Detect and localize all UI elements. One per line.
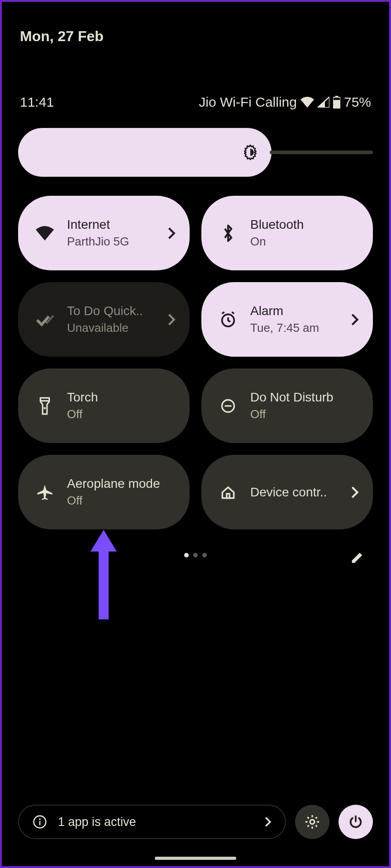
clock-time: 11:41: [20, 94, 54, 110]
tile-title: Internet: [67, 217, 153, 232]
tile-title: To Do Quick..: [67, 304, 153, 318]
check-icon: [35, 310, 54, 329]
settings-button[interactable]: [295, 805, 329, 839]
brightness-icon: [242, 144, 259, 161]
tile-title: Device contr..: [250, 485, 337, 500]
page-dot: [202, 553, 207, 557]
tile-internet[interactable]: Internet ParthJio 5G: [18, 196, 190, 270]
battery-percent: 75%: [344, 94, 371, 110]
home-icon: [219, 483, 238, 502]
svg-point-10: [39, 818, 41, 820]
power-icon: [348, 814, 363, 830]
svg-rect-11: [39, 821, 41, 825]
tile-title: Do Not Disturb: [250, 390, 360, 405]
chevron-right-icon: [349, 486, 360, 499]
svg-point-5: [44, 407, 46, 409]
svg-rect-8: [227, 494, 229, 498]
svg-point-12: [310, 820, 315, 824]
tile-subtitle: On: [250, 235, 360, 249]
tile-alarm[interactable]: Alarm Tue, 7:45 am: [201, 282, 373, 357]
tile-subtitle: Off: [250, 407, 360, 421]
tile-subtitle: Off: [67, 494, 177, 508]
annotation-arrow: [88, 527, 119, 622]
active-apps-label: 1 app is active: [58, 815, 253, 829]
battery-icon: [333, 96, 340, 108]
status-bar: 11:41 Jio Wi-Fi Calling 75%: [2, 45, 389, 110]
tile-subtitle: Unavailable: [67, 321, 153, 335]
airplane-icon: [35, 483, 54, 502]
active-apps-button[interactable]: 1 app is active: [18, 805, 286, 839]
page-dot: [184, 553, 189, 557]
tile-bluetooth[interactable]: Bluetooth On: [201, 196, 373, 270]
tile-subtitle: ParthJio 5G: [67, 235, 153, 249]
tile-airplane[interactable]: Aeroplane mode Off: [18, 455, 190, 529]
alarm-icon: [219, 310, 238, 329]
wifi-icon: [35, 224, 54, 243]
tile-torch[interactable]: Torch Off: [18, 368, 190, 443]
chevron-right-icon: [349, 313, 360, 326]
date-label: Mon, 27 Feb: [2, 2, 389, 45]
bluetooth-icon: [219, 224, 238, 243]
signal-icon: [318, 97, 329, 108]
dnd-icon: [219, 396, 238, 415]
flashlight-icon: [35, 396, 54, 415]
info-icon: [33, 815, 47, 829]
page-dot: [193, 553, 198, 557]
chevron-right-icon: [166, 313, 177, 326]
tile-title: Alarm: [250, 304, 337, 318]
tile-subtitle: Tue, 7:45 am: [250, 321, 337, 335]
power-button[interactable]: [339, 805, 373, 839]
svg-rect-2: [333, 100, 340, 108]
gear-icon: [304, 814, 320, 830]
chevron-right-icon: [264, 816, 272, 827]
wifi-icon: [300, 97, 314, 108]
tile-subtitle: Off: [67, 407, 177, 421]
page-indicator: [2, 553, 389, 557]
edit-button[interactable]: [349, 550, 365, 566]
nav-handle[interactable]: [155, 857, 236, 860]
brightness-slider[interactable]: [18, 128, 373, 177]
tile-todo[interactable]: To Do Quick.. Unavailable: [18, 282, 190, 357]
tile-title: Bluetooth: [250, 217, 360, 232]
tile-title: Torch: [67, 390, 177, 405]
network-label: Jio Wi-Fi Calling: [199, 94, 297, 110]
chevron-right-icon: [166, 227, 177, 240]
tile-dnd[interactable]: Do Not Disturb Off: [201, 368, 373, 443]
tile-title: Aeroplane mode: [67, 476, 177, 491]
tile-device-controls[interactable]: Device contr..: [201, 455, 373, 529]
